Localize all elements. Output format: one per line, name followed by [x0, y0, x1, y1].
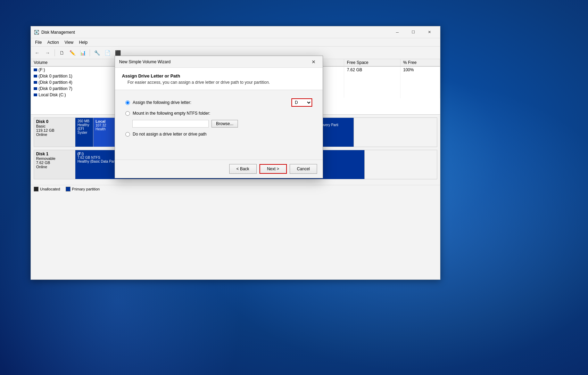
disk-1-name: Disk 1 [36, 152, 73, 156]
dialog-header: Assign Drive Letter or Path For easier a… [115, 68, 323, 90]
toolbar-separator-2 [90, 49, 90, 56]
wizard-dialog: New Simple Volume Wizard ✕ Assign Drive … [115, 56, 323, 178]
menu-action[interactable]: Action [44, 38, 61, 46]
volume-cell: (Disk 0 partition 4) [31, 79, 122, 85]
disk-0-size: 119.12 GB [36, 128, 73, 132]
minimize-button[interactable]: ─ [389, 26, 405, 38]
col-pct[interactable]: % Free [400, 59, 440, 66]
volume-cell: (Disk 0 partition 1) [31, 73, 122, 79]
back-button[interactable]: ← [32, 48, 42, 58]
close-button[interactable]: ✕ [421, 26, 437, 38]
dialog-title: New Simple Volume Wizard [119, 59, 309, 64]
free-cell: 7.62 GB [344, 66, 400, 73]
pct-cell: 100% [400, 66, 440, 73]
ntfs-folder-row: Browse... [125, 120, 312, 128]
dialog-body: Assign the following drive letter: D E F… [115, 90, 323, 160]
toolbar-btn-5[interactable]: 📄 [102, 48, 112, 58]
disk-1-status: Online [36, 165, 73, 169]
option-ntfs-label[interactable]: Mount in the following empty NTFS folder… [133, 111, 210, 116]
option-noassign-radio[interactable] [125, 132, 130, 137]
disk-0-status: Online [36, 132, 73, 137]
menu-bar: File Action View Help [31, 38, 440, 47]
free-cell [344, 73, 400, 79]
option-noassign-row: Do not assign a drive letter or drive pa… [125, 132, 312, 137]
volume-cell: (Disk 0 partition 7) [31, 85, 122, 92]
next-button[interactable]: Next > [259, 164, 287, 174]
option-ntfs-row: Mount in the following empty NTFS folder… [125, 111, 312, 116]
free-cell [344, 85, 400, 92]
option-ntfs-radio[interactable] [125, 111, 130, 116]
legend-unallocated-label: Unallocated [40, 187, 60, 191]
dialog-header-title: Assign Drive Letter or Path [122, 73, 316, 79]
maximize-button[interactable]: ☐ [405, 26, 421, 38]
col-volume[interactable]: Volume [31, 59, 122, 66]
pct-cell [400, 85, 440, 92]
back-button[interactable]: < Back [229, 164, 257, 174]
volume-cell: (F:) [31, 66, 122, 73]
toolbar-btn-3[interactable]: 📊 [78, 48, 88, 58]
drive-letter-select[interactable]: D E F G [291, 98, 312, 107]
pct-cell [400, 92, 440, 98]
disk-0-label: Disk 0 Basic 119.12 GB Online [34, 117, 75, 147]
forward-button[interactable]: → [43, 48, 52, 58]
legend-primary: Primary partition [66, 187, 100, 191]
option-noassign-label[interactable]: Do not assign a drive letter or drive pa… [133, 132, 207, 137]
toolbar-btn-1[interactable]: 🗋 [57, 48, 67, 58]
pct-cell [400, 79, 440, 85]
disk-1-type: Removable [36, 156, 73, 161]
col-free[interactable]: Free Space [344, 59, 400, 66]
pct-cell [400, 73, 440, 79]
dialog-titlebar: New Simple Volume Wizard ✕ [115, 56, 323, 68]
app-icon: 💽 [34, 30, 39, 35]
legend-unallocated: Unallocated [34, 187, 60, 191]
option-assign-letter-radio[interactable] [125, 100, 130, 105]
title-bar: 💽 Disk Management ─ ☐ ✕ [31, 26, 440, 38]
legend-primary-box [66, 187, 71, 191]
dialog-footer: < Back Next > Cancel [115, 160, 323, 178]
menu-view[interactable]: View [62, 38, 76, 46]
cancel-button[interactable]: Cancel [290, 164, 317, 174]
legend-unallocated-box [34, 187, 39, 191]
legend: Unallocated Primary partition [31, 185, 440, 193]
toolbar-btn-4[interactable]: 🔧 [92, 48, 102, 58]
volume-cell: Local Disk (C:) [31, 92, 122, 98]
window-title: Disk Management [41, 30, 389, 35]
ntfs-folder-input[interactable] [132, 120, 209, 128]
disk-1-label: Disk 1 Removable 7.62 GB Online [34, 150, 75, 179]
dialog-close-button[interactable]: ✕ [309, 57, 318, 67]
disk-0-name: Disk 0 [36, 119, 73, 124]
toolbar-btn-2[interactable]: ✏️ [67, 48, 77, 58]
free-cell [344, 92, 400, 98]
option-assign-letter-label[interactable]: Assign the following drive letter: [133, 100, 191, 105]
browse-button[interactable]: Browse... [212, 120, 238, 128]
dialog-header-desc: For easier access, you can assign a driv… [122, 80, 316, 85]
legend-primary-label: Primary partition [72, 187, 100, 191]
disk-0-efi-partition[interactable]: 260 MB Healthy (EFI Syster [75, 118, 93, 147]
menu-file[interactable]: File [32, 38, 44, 46]
menu-help[interactable]: Help [76, 38, 91, 46]
toolbar-separator-1 [55, 49, 55, 56]
free-cell [344, 79, 400, 85]
window-controls: ─ ☐ ✕ [389, 26, 437, 38]
disk-0-type: Basic [36, 124, 73, 128]
option-assign-letter-row: Assign the following drive letter: D E F… [125, 98, 312, 107]
disk-1-size: 7.62 GB [36, 161, 73, 165]
